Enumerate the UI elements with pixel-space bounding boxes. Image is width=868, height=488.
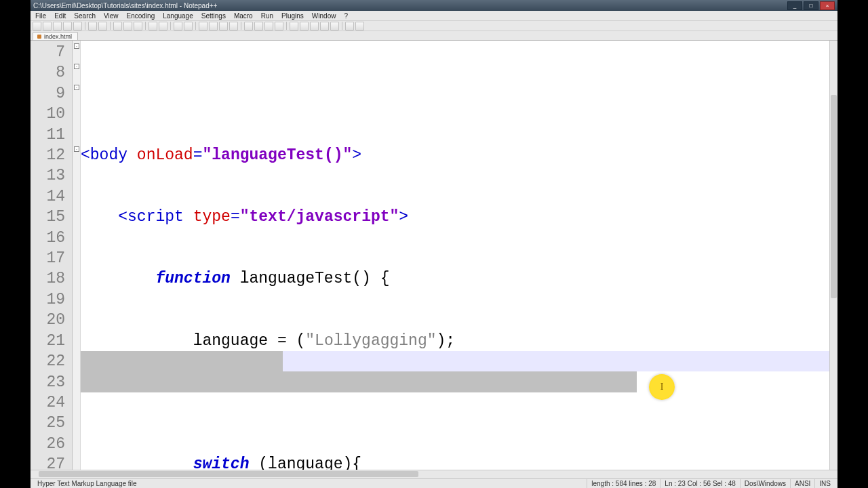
scrollbar-thumb[interactable]	[831, 95, 837, 298]
statusbar: Hyper Text Markup Language file length :…	[31, 478, 837, 488]
toolbar-separator	[85, 22, 85, 30]
fold-toggle[interactable]: -	[74, 43, 79, 49]
toolbar-button[interactable]	[123, 22, 132, 30]
menu-macro[interactable]: Macro	[231, 12, 256, 20]
toolbar-button[interactable]	[275, 22, 283, 30]
toolbar-button[interactable]	[290, 22, 298, 30]
fold-toggle[interactable]: -	[74, 64, 79, 69]
menu-language[interactable]: Language	[159, 12, 197, 20]
menu-encoding[interactable]: Encoding	[123, 12, 159, 20]
menu-edit[interactable]: Edit	[51, 12, 69, 20]
titlebar: C:\Users\Emil\Desktop\Tutorials\sites\in…	[31, 0, 837, 11]
line-number-gutter: 789101112131415161718192021222324252627	[31, 41, 73, 470]
current-line-highlight	[283, 351, 829, 371]
menu-view[interactable]: View	[100, 12, 122, 20]
toolbar-button[interactable]	[219, 22, 228, 30]
toolbar-button[interactable]	[355, 22, 364, 30]
status-filetype: Hyper Text Markup Language file	[33, 479, 587, 488]
menu-help[interactable]: ?	[340, 12, 351, 20]
cursor-spotlight-icon: I	[649, 374, 675, 400]
selection-highlight	[81, 351, 283, 371]
menubar: File Edit Search View Encoding Language …	[31, 11, 837, 20]
menu-search[interactable]: Search	[71, 12, 99, 20]
toolbar-button[interactable]	[300, 22, 309, 30]
status-encoding: ANSI	[791, 479, 815, 488]
toolbar-button[interactable]	[73, 22, 82, 30]
toolbar-button[interactable]	[53, 22, 62, 30]
scrollbar-thumb[interactable]	[39, 471, 418, 477]
menu-file[interactable]: File	[32, 12, 50, 20]
toolbar-button[interactable]	[98, 22, 107, 30]
toolbar-button[interactable]	[63, 22, 72, 30]
status-mode: INS	[815, 479, 835, 488]
status-eol: Dos\Windows	[741, 479, 791, 488]
toolbar-button[interactable]	[134, 22, 142, 30]
status-length: length : 584 lines : 28	[587, 479, 660, 488]
fold-toggle[interactable]: -	[74, 146, 79, 152]
toolbar-separator	[241, 22, 241, 30]
toolbar-button[interactable]	[209, 22, 218, 30]
minimize-button[interactable]: _	[787, 1, 802, 10]
toolbar-button[interactable]	[320, 22, 329, 30]
editor: 789101112131415161718192021222324252627 …	[31, 41, 837, 470]
window-title: C:\Users\Emil\Desktop\Tutorials\sites\in…	[33, 2, 217, 9]
selection-highlight	[81, 371, 637, 392]
toolbar-button[interactable]	[310, 22, 319, 30]
toolbar-button[interactable]	[229, 22, 238, 30]
fold-toggle[interactable]: -	[74, 85, 79, 90]
toolbar-separator	[170, 22, 171, 30]
toolbar-separator	[195, 22, 196, 30]
toolbar-button[interactable]	[330, 22, 339, 30]
menu-run[interactable]: Run	[258, 12, 277, 20]
toolbar-separator	[286, 22, 287, 30]
toolbar-button[interactable]	[33, 22, 41, 30]
toolbar-button[interactable]	[199, 22, 208, 30]
toolbar-button[interactable]	[174, 22, 182, 30]
code-area[interactable]: <body onLoad="languageTest()"> <script t…	[81, 41, 829, 470]
toolbar-button[interactable]	[244, 22, 253, 30]
toolbar-button[interactable]	[43, 22, 52, 30]
notepad-plus-plus-window: C:\Users\Emil\Desktop\Tutorials\sites\in…	[31, 0, 837, 488]
toolbar-button[interactable]	[264, 22, 273, 30]
toolbar-button[interactable]	[159, 22, 167, 30]
file-tab[interactable]: index.html	[33, 32, 78, 40]
file-tab-label: index.html	[44, 33, 72, 40]
toolbar-button[interactable]	[254, 22, 263, 30]
toolbar-button[interactable]	[184, 22, 193, 30]
file-icon	[37, 35, 41, 39]
toolbar	[31, 20, 837, 31]
fold-margin: - - - -	[73, 41, 81, 470]
close-button[interactable]: ×	[820, 1, 835, 10]
menu-settings[interactable]: Settings	[198, 12, 229, 20]
toolbar-button[interactable]	[345, 22, 354, 30]
horizontal-scrollbar[interactable]	[31, 470, 837, 478]
toolbar-separator	[145, 22, 146, 30]
toolbar-button[interactable]	[88, 22, 97, 30]
menu-window[interactable]: Window	[309, 12, 340, 20]
toolbar-button[interactable]	[113, 22, 122, 30]
toolbar-button[interactable]	[149, 22, 157, 30]
toolbar-separator	[342, 22, 342, 30]
status-position: Ln : 23 Col : 56 Sel : 48	[660, 479, 741, 488]
vertical-scrollbar[interactable]	[829, 41, 837, 470]
maximize-button[interactable]: □	[804, 1, 818, 10]
menu-plugins[interactable]: Plugins	[278, 12, 307, 20]
toolbar-separator	[110, 22, 111, 30]
tab-strip: index.html	[31, 31, 837, 41]
